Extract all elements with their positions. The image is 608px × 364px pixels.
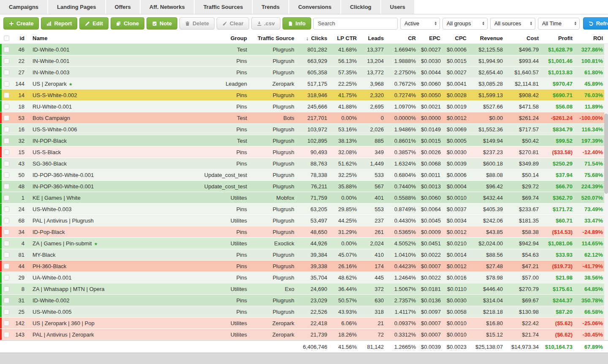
delete-button[interactable]: Delete [179, 17, 214, 30]
row-checkbox[interactable] [4, 70, 9, 75]
cell-source: Plugrush [252, 103, 299, 110]
cell-leads: 21 [362, 320, 389, 326]
filter-select-all-time[interactable]: All Time▴▾ [538, 18, 580, 30]
column-header-epc[interactable]: EPC [421, 35, 445, 41]
report-button[interactable]: Report [41, 17, 77, 30]
table-row[interactable]: 22IN-White-0.001PinsPlugrush663,92956.13… [0, 55, 608, 67]
row-checkbox[interactable] [4, 104, 9, 109]
tab-trends[interactable]: Trends [253, 0, 289, 14]
column-header-cpc[interactable]: CPC [445, 35, 472, 41]
table-row[interactable]: 31ID-White-0.002PinsPlugrush23,02950.57%… [0, 295, 608, 306]
column-header-clicks[interactable]: ↓ Clicks [299, 35, 332, 41]
tab-clicklog[interactable]: Clicklog [341, 0, 380, 14]
column-header-cr[interactable]: CR [389, 35, 421, 41]
tab-conversions[interactable]: Conversions [289, 0, 340, 14]
column-header-name[interactable]: Name [30, 35, 172, 41]
cell-cr: 1.2464% [389, 274, 421, 281]
row-checkbox[interactable] [4, 229, 9, 235]
filter-select-all-sources[interactable]: All sources▴▾ [490, 18, 535, 30]
table-row[interactable]: 48IN-POP-360-White-0.001Update_cost_test… [0, 181, 608, 192]
row-checkbox[interactable] [4, 47, 9, 52]
table-row[interactable]: 143PAL | Antivirus | ZeroparkUtilitesZer… [0, 329, 608, 340]
row-checkbox[interactable] [4, 206, 9, 212]
clone-button[interactable]: Clone [111, 17, 144, 30]
row-checkbox[interactable] [4, 161, 9, 166]
tab-traffic-sources[interactable]: Traffic Sources [195, 0, 252, 14]
select-all-checkbox[interactable] [4, 35, 9, 41]
row-checkbox[interactable] [4, 127, 9, 132]
row-checkbox[interactable] [4, 81, 9, 87]
row-checkbox[interactable] [4, 184, 9, 189]
filter-select-all-groups[interactable]: All groups▴▾ [442, 18, 488, 30]
row-checkbox[interactable] [4, 115, 9, 121]
table-row[interactable]: 15US-S-BlackPinsPlugrush90,49332.08%3490… [0, 147, 608, 158]
row-checkbox[interactable] [4, 138, 9, 144]
column-header-id[interactable]: id [13, 35, 30, 41]
csv-button[interactable]: .csv [251, 17, 280, 30]
scrollbar-thumb[interactable] [604, 114, 608, 194]
tab-offers[interactable]: Offers [106, 0, 140, 14]
table-row[interactable]: 32IN-POP-BlackTestPlugrush102,89538.13%8… [0, 135, 608, 147]
table-row[interactable]: 24US-White-0.003PinsPlugrush63,20529.85%… [0, 204, 608, 215]
create-button[interactable]: Create [3, 17, 39, 30]
tab-aff-networks[interactable]: Aff. Networks [141, 0, 194, 14]
tab-users[interactable]: Users [381, 0, 414, 14]
filter-select-active[interactable]: Active▴▾ [400, 18, 440, 30]
table-row[interactable]: 144US | Zeropark★LeadgenZeropark517,1752… [0, 78, 608, 90]
row-checkbox[interactable] [4, 58, 9, 64]
search-input[interactable] [313, 18, 398, 30]
row-checkbox[interactable] [4, 263, 9, 269]
table-row[interactable]: 29UA-White-0.001PinsPlugrush35,70448.62%… [0, 272, 608, 283]
tab-landing-pages[interactable]: Landing Pages [48, 0, 105, 14]
row-checkbox[interactable] [4, 252, 9, 258]
table-row[interactable]: 8ZA | Whatsapp | MTN | OperaUtilitesExo2… [0, 283, 608, 295]
row-checkbox[interactable] [4, 332, 9, 337]
table-row[interactable]: 53Bots CampaignTestBots217,7010.00%00.00… [0, 112, 608, 124]
table-row[interactable]: 1KE | Games | WhiteUtilitesMobfox71,7590… [0, 192, 608, 204]
row-checkbox[interactable] [4, 195, 9, 201]
column-header-cost[interactable]: Cost [508, 35, 544, 41]
row-checkbox[interactable] [4, 275, 9, 280]
table-row[interactable]: 16US-S-White-0.006PinsPlugrush103,97253.… [0, 124, 608, 135]
table-row[interactable]: 18RU-White-0.001PinsPlugrush245,66641.88… [0, 101, 608, 112]
table-row[interactable]: 44PH-360-BlackPinsPlugrush39,33826.16%17… [0, 261, 608, 272]
row-checkbox[interactable] [4, 218, 9, 223]
row-checkbox[interactable] [4, 286, 9, 292]
refresh-button[interactable]: Refresh [583, 17, 608, 30]
row-checkbox[interactable] [4, 309, 9, 315]
info-button[interactable]: Info [282, 17, 311, 30]
table-row[interactable]: 25US-White-0.005PinsPlugrush22,52643.93%… [0, 306, 608, 318]
edit-button[interactable]: Edit [79, 17, 109, 30]
row-checkbox[interactable] [4, 149, 9, 155]
column-header-source[interactable]: Traffic Source [252, 35, 299, 41]
scrollbar-track[interactable] [604, 44, 608, 340]
clear-button[interactable]: Clear [217, 17, 249, 30]
column-header-group[interactable]: Group [172, 35, 252, 41]
cell-clicks: 76,211 [299, 183, 332, 190]
note-icon [152, 21, 157, 26]
table-row[interactable]: 43SG-360-BlackPinsPlugrush88,76351.62%1,… [0, 158, 608, 169]
tab-campaigns[interactable]: Campaigns [0, 0, 47, 14]
row-checkbox[interactable] [4, 241, 9, 246]
row-checkbox[interactable] [4, 92, 9, 98]
table-row[interactable]: 46ID-White-0.001TestPlugrush801,28241.68… [0, 44, 608, 55]
row-checkbox[interactable] [4, 321, 9, 326]
table-row[interactable]: 14US-S-White-0.002PinsPlugrush318,94641.… [0, 90, 608, 101]
table-row[interactable]: 27IN-White-0.003PinsPlugrush605,35857.35… [0, 67, 608, 78]
column-header-lp_ctr[interactable]: LP CTR [332, 35, 362, 41]
cell-id: 53 [13, 115, 30, 121]
column-header-leads[interactable]: Leads [362, 35, 389, 41]
table-row[interactable]: 50ID-POP-360-White-0.001Update_cost_test… [0, 169, 608, 181]
table-row[interactable]: 81MY-BlackPinsPlugrush39,38445.07%4101.0… [0, 249, 608, 261]
table-row[interactable]: 142US | Zeropark | 360 | PopUtilitesZero… [0, 318, 608, 329]
column-header-roi[interactable]: ROI [578, 35, 608, 41]
table-row[interactable]: 68PAL | Antivirus | PlugrushUtilitesPlug… [0, 215, 608, 226]
table-row[interactable]: 4ZA | Games | Pin-submit★UtilitesExoclic… [0, 238, 608, 249]
column-header-profit[interactable]: Profit [544, 35, 578, 41]
column-header-revenue[interactable]: Revenue [472, 35, 508, 41]
note-button[interactable]: Note [147, 17, 177, 30]
row-checkbox[interactable] [4, 298, 9, 303]
table-row[interactable]: 34ID-Pop-BlackPinsPlugrush48,65031.29%26… [0, 226, 608, 238]
row-checkbox-cell [0, 172, 13, 178]
row-checkbox[interactable] [4, 172, 9, 178]
